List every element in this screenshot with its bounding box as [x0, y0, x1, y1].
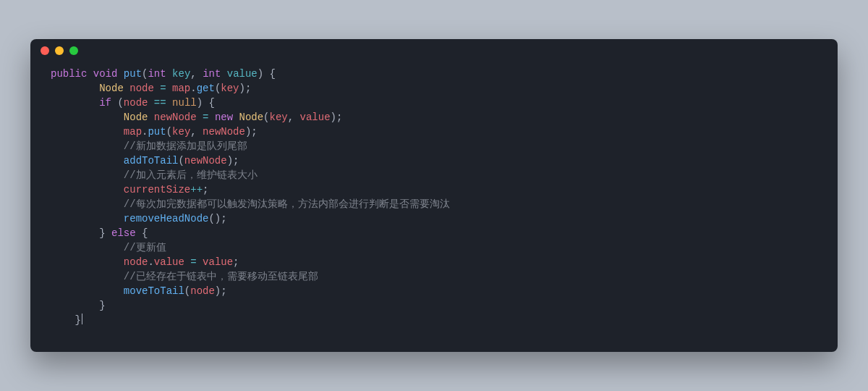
token-kw: int	[148, 68, 166, 80]
token-null: null	[172, 97, 197, 109]
token-punct: )	[331, 112, 336, 123]
code-line: node.value = value;	[51, 255, 817, 269]
token-punct: )	[215, 213, 221, 224]
token-punct: )	[258, 68, 263, 80]
token-fn: put	[148, 126, 166, 138]
token-var: value	[154, 256, 184, 268]
token-punct: {	[142, 227, 148, 239]
token-punct: (	[184, 285, 190, 297]
token-punct: }	[99, 300, 105, 311]
token-kw: void	[93, 68, 118, 80]
token-fn: removeHeadNode	[124, 213, 209, 224]
token-punct: ;	[245, 83, 251, 94]
code-line: //已经存在于链表中，需要移动至链表尾部	[51, 269, 817, 284]
code-line: //新加数据添加是队列尾部	[51, 139, 817, 154]
token-punct: (	[263, 112, 269, 123]
code-line: }	[51, 298, 817, 313]
token-punct: ,	[190, 68, 196, 80]
token-var: map	[172, 83, 190, 94]
token-punct: )	[215, 285, 221, 297]
titlebar	[30, 39, 838, 62]
token-var: node	[129, 83, 154, 94]
token-param: key	[172, 68, 190, 80]
token-var: newNode	[154, 112, 197, 123]
token-punct: ;	[203, 184, 208, 196]
token-var: node	[124, 97, 148, 109]
token-punct: ;	[233, 256, 239, 268]
token-type: Node	[99, 83, 124, 94]
token-punct: ;	[251, 126, 257, 138]
close-icon[interactable]	[41, 46, 49, 55]
token-punct: )	[197, 97, 203, 109]
token-punct: .	[148, 256, 153, 268]
token-kw: new	[215, 112, 233, 123]
token-punct: )	[227, 155, 233, 167]
token-op: =	[160, 83, 166, 94]
token-punct: }	[99, 227, 105, 239]
token-fn: addToTail	[124, 155, 179, 167]
token-var: key	[172, 126, 190, 138]
code-window: public void put(int key, int value) { No…	[30, 39, 838, 352]
token-punct: {	[270, 68, 276, 80]
token-punct: )	[239, 83, 245, 94]
code-line: //每次加完数据都可以触发淘汰策略，方法内部会进行判断是否需要淘汰	[51, 197, 817, 211]
token-punct: ;	[221, 213, 226, 224]
token-type: Node	[124, 112, 148, 123]
code-line: }	[51, 313, 817, 327]
zoom-icon[interactable]	[69, 46, 78, 55]
token-cmt: //新加数据添加是队列尾部	[124, 140, 247, 152]
token-cmt: //已经存在于链表中，需要移动至链表尾部	[124, 271, 318, 282]
token-punct: ;	[336, 112, 342, 123]
minimize-icon[interactable]	[55, 46, 64, 55]
token-cmt: //更新值	[124, 242, 166, 253]
token-punct: (	[166, 126, 172, 138]
token-cmt: //每次加完数据都可以触发淘汰策略，方法内部会进行判断是否需要淘汰	[124, 198, 450, 210]
code-area[interactable]: public void put(int key, int value) { No…	[30, 62, 838, 339]
token-punct: ;	[233, 155, 239, 167]
token-op: =	[203, 112, 208, 123]
token-punct: (	[117, 97, 123, 109]
code-line: Node newNode = new Node(key, value);	[51, 110, 817, 125]
token-punct: {	[209, 97, 215, 109]
token-var: newNode	[203, 126, 245, 138]
code-line: Node node = map.get(key);	[51, 81, 817, 96]
text-cursor	[82, 314, 82, 324]
code-line: addToTail(newNode);	[51, 154, 817, 168]
token-punct: .	[190, 83, 196, 94]
token-punct: (	[208, 213, 214, 224]
token-op: =	[190, 256, 196, 268]
code-line: if (node == null) {	[51, 96, 817, 110]
code-line: //更新值	[51, 240, 817, 255]
token-param: value	[227, 68, 258, 80]
token-type: Node	[239, 112, 264, 123]
code-line: } else {	[51, 226, 817, 240]
token-var: node	[124, 256, 148, 268]
token-fn: get	[197, 83, 215, 94]
token-fn: moveToTail	[124, 285, 184, 297]
token-op: ==	[154, 97, 166, 109]
token-punct: }	[75, 314, 81, 326]
code-line: moveToTail(node);	[51, 284, 817, 298]
token-kw: else	[111, 227, 136, 239]
token-var: key	[270, 112, 288, 123]
token-var: map	[124, 126, 142, 138]
token-punct: ,	[190, 126, 196, 138]
token-punct: ;	[221, 285, 226, 297]
token-punct: (	[178, 155, 184, 167]
token-kw: int	[203, 68, 221, 80]
token-punct: ,	[288, 112, 294, 123]
token-var: node	[190, 285, 215, 297]
token-var: value	[203, 256, 233, 268]
token-kw: public	[51, 68, 87, 80]
token-var: currentSize	[124, 184, 190, 196]
token-kw: if	[99, 97, 111, 109]
token-var: newNode	[184, 155, 227, 167]
code-line: removeHeadNode();	[51, 211, 817, 226]
token-cmt: //加入元素后，维护链表大小	[124, 169, 258, 181]
token-fn: put	[124, 68, 142, 80]
code-line: //加入元素后，维护链表大小	[51, 168, 817, 182]
code-line: map.put(key, newNode);	[51, 125, 817, 139]
token-var: key	[221, 83, 239, 94]
token-var: value	[300, 112, 331, 123]
token-op: ++	[190, 184, 203, 196]
